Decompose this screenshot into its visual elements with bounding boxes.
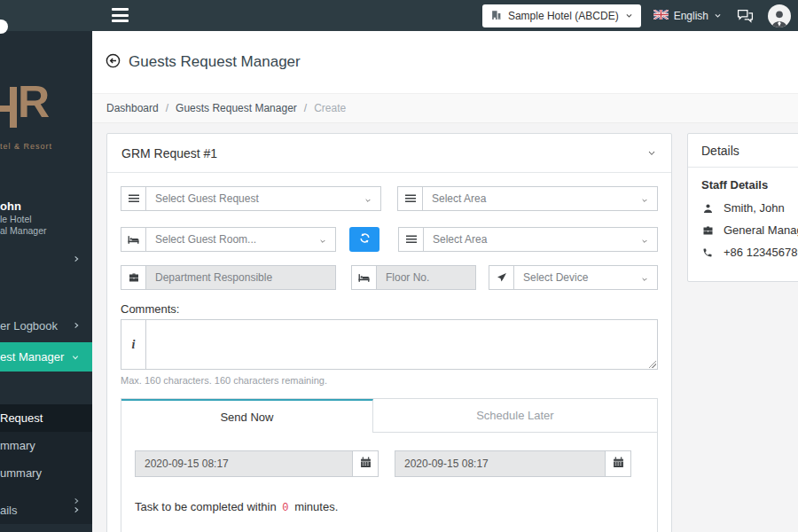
chevron-down-icon [640, 235, 649, 247]
hotel-selector[interactable]: Sample Hotel (ABCDE) [482, 4, 641, 27]
comments-help-text: Max. 160 characters. 160 characters rema… [121, 375, 658, 386]
language-selector[interactable]: English [653, 10, 722, 22]
area-group-1: Select Area [397, 186, 658, 211]
hotel-logo-letter: R [18, 80, 50, 124]
comments-textarea[interactable] [146, 320, 657, 369]
uk-flag-icon [653, 10, 669, 22]
staff-phone-row: +86 1234567890 [701, 246, 798, 259]
task-minutes-value: 0 [279, 502, 291, 514]
breadcrumb-create: Create [314, 102, 346, 114]
tab-send-now[interactable]: Send Now [121, 399, 373, 433]
phone-icon [701, 247, 714, 258]
details-card-title: Details [688, 134, 798, 168]
calendar-button-2[interactable] [605, 450, 631, 477]
grm-card-header: GRM Request #1 [107, 134, 671, 173]
area-group-2: Select Area [398, 227, 658, 252]
guest-request-group: Select Guest Request [121, 186, 381, 211]
comments-group: i [121, 319, 658, 370]
profile-role: al Manager [0, 225, 47, 236]
calendar-icon [360, 456, 372, 472]
briefcase-icon [701, 225, 714, 236]
datetime-group-1: 2020-09-15 08:17 [135, 450, 379, 477]
datetime-input-1: 2020-09-15 08:17 [135, 450, 352, 477]
language-label: English [674, 10, 708, 22]
comments-label: Comments: [121, 302, 658, 316]
staff-phone: +86 1234567890 [724, 246, 798, 259]
refresh-icon [359, 232, 371, 246]
calendar-icon [613, 456, 624, 472]
sidebar-item-mails[interactable]: ails [0, 497, 92, 523]
chat-icon[interactable] [734, 5, 755, 27]
details-card: Details Staff Details Smith, John Genera… [687, 133, 798, 282]
hotel-logo-subtext: tel & Resort [0, 142, 52, 151]
staff-role-row: General Manager [701, 223, 798, 237]
submenu-item-summary-2[interactable]: ummary [0, 459, 92, 487]
main-content: Guests Request Manager Dashboard / Guest… [92, 31, 798, 532]
floor-input: Floor No. [376, 265, 476, 290]
profile-hotel: le Hotel [0, 214, 32, 224]
sidebar-item-manager-logbook[interactable]: er Logbook [0, 312, 92, 339]
breadcrumb: Dashboard / Guests Request Manager / Cre… [92, 93, 798, 123]
area-select-1[interactable]: Select Area [422, 186, 658, 211]
hotel-logo-icon [0, 106, 12, 112]
chevron-right-icon [73, 254, 80, 263]
refresh-rooms-button[interactable] [349, 227, 379, 252]
grm-request-card: GRM Request #1 Select Guest Request [106, 133, 672, 532]
task-duration-text: Task to be completed within 0 minutes. [135, 500, 644, 514]
sidebar-item-guest-manager[interactable]: est Manager [0, 342, 92, 372]
back-icon[interactable] [106, 53, 121, 72]
tab-schedule-later[interactable]: Schedule Later [373, 399, 657, 433]
paper-plane-icon [489, 265, 513, 290]
guest-room-group: Select Guest Room... [121, 227, 336, 252]
area-select-2[interactable]: Select Area [423, 227, 658, 252]
chevron-down-icon [364, 194, 372, 207]
chevron-right-icon [73, 505, 80, 514]
floor-group: Floor No. [351, 265, 476, 290]
guest-room-select[interactable]: Select Guest Room... [145, 227, 336, 252]
submenu-item-summary-1[interactable]: mmary [0, 432, 92, 459]
chevron-right-icon [73, 321, 80, 330]
bed-icon [121, 227, 145, 252]
menu-toggle-icon[interactable] [112, 8, 129, 22]
staff-details-heading: Staff Details [701, 178, 798, 192]
list-icon [398, 227, 423, 252]
bed-icon [351, 265, 376, 290]
staff-name-row: Smith, John [701, 201, 798, 215]
briefcase-icon [121, 265, 145, 290]
hotel-selector-label: Sample Hotel (ABCDE) [508, 10, 619, 22]
guest-request-select[interactable]: Select Guest Request [145, 186, 381, 211]
building-icon [490, 9, 502, 23]
info-icon: i [121, 319, 145, 370]
staff-name: Smith, John [724, 201, 785, 215]
page-title: Guests Request Manager [129, 53, 301, 71]
breadcrumb-grm[interactable]: Guests Request Manager [176, 102, 297, 114]
breadcrumb-dashboard[interactable]: Dashboard [106, 102, 159, 114]
person-icon [701, 203, 714, 214]
chevron-down-icon [625, 10, 633, 22]
list-icon [121, 186, 145, 211]
device-select[interactable]: Select Device [513, 265, 658, 290]
user-avatar[interactable] [768, 4, 791, 27]
chevron-down-icon [640, 273, 649, 286]
datetime-group-2: 2020-09-15 08:17 [395, 450, 631, 477]
staff-role: General Manager [724, 223, 798, 237]
device-group: Select Device [489, 265, 658, 290]
chevron-down-icon [318, 235, 327, 247]
calendar-button-1[interactable] [352, 450, 379, 477]
chevron-down-icon [714, 10, 722, 22]
grm-card-title: GRM Request #1 [121, 146, 217, 160]
schedule-tabs-box: Send Now Schedule Later 2020-09-15 08:17 [121, 398, 658, 532]
sidebar-item-1[interactable] [0, 246, 92, 272]
submenu-item-request[interactable]: Request [0, 404, 92, 432]
chevron-down-icon [640, 194, 649, 207]
page-header: Guests Request Manager [92, 31, 798, 93]
collapse-chevron-icon[interactable] [646, 149, 657, 157]
datetime-input-2: 2020-09-15 08:17 [395, 450, 605, 477]
profile-name: ohn [0, 200, 21, 213]
department-group: Department Responsible [121, 265, 336, 290]
sidebar: R tel & Resort ohn le Hotel al Manager e… [0, 31, 92, 532]
department-input: Department Responsible [145, 265, 336, 290]
topbar: Sample Hotel (ABCDE) English [0, 0, 798, 31]
chevron-down-icon [71, 354, 80, 361]
resize-handle[interactable] [648, 360, 656, 368]
